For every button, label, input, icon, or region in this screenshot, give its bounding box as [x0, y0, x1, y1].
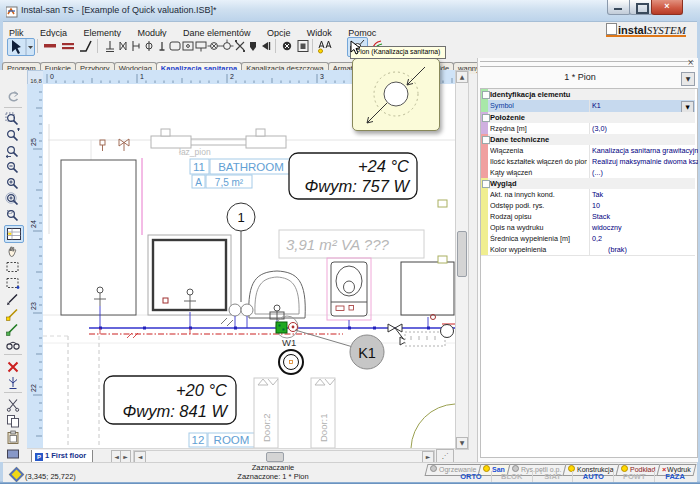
drawing-canvas[interactable]: łaz_pion 11 BATHROOM A 7,5 m² +24 °C Φwy… [43, 84, 455, 448]
cursor-coordinates: (3,345; 25,722) [25, 472, 76, 481]
septic-tool[interactable] [246, 38, 260, 54]
cut-button[interactable] [5, 398, 21, 412]
panel-close-button[interactable]: × [686, 59, 695, 68]
window-symbols[interactable] [151, 129, 286, 148]
supply-valve-symbols[interactable] [100, 139, 129, 151]
outlet-tool[interactable] [259, 38, 273, 54]
maximize-icon [636, 3, 649, 14]
toggle-siat[interactable]: SIAT [532, 471, 573, 482]
toggle-auto[interactable]: AUTO [572, 471, 613, 482]
door-pillar-2[interactable]: Door:2 [254, 378, 278, 448]
bathroom-label[interactable]: 11 BATHROOM A 7,5 m² [190, 159, 292, 188]
paste-icon [5, 430, 21, 444]
pipe-bend-tool[interactable] [79, 38, 93, 54]
properties-view-button[interactable] [4, 225, 24, 243]
bathroom-temp-label[interactable]: +24 °C Φwym: 757 W [289, 153, 417, 199]
zoom-extents-button[interactable] [5, 192, 21, 206]
minimize-button[interactable] [607, 0, 631, 15]
toolbar-separator [312, 39, 313, 53]
zoom-out-button[interactable] [5, 160, 21, 174]
zoom-in-icon [5, 176, 21, 190]
scroll-up-button[interactable]: ▲ [456, 71, 468, 83]
sink-tool[interactable] [194, 38, 208, 54]
find-button[interactable] [5, 338, 21, 352]
vscroll-thumb[interactable] [457, 231, 467, 277]
right-fixture[interactable] [401, 262, 454, 320]
svg-text:1: 1 [140, 73, 144, 80]
toggle-powt[interactable]: POWT [613, 471, 654, 482]
zoom-window-button[interactable] [5, 112, 21, 126]
zoom-dynamic-button[interactable] [5, 128, 21, 142]
toggle-blok[interactable]: BLOK [491, 471, 532, 482]
pion-ref-text[interactable]: łaz_pion [179, 147, 211, 157]
door-pillar-1[interactable]: Door:1 [311, 378, 335, 448]
room-temp-label[interactable]: +20 °C Φwym: 841 W [104, 376, 236, 424]
stack-flag-k1[interactable]: K1 [295, 330, 384, 369]
bathtub-tool[interactable] [168, 38, 182, 54]
fitting-tool-2[interactable] [220, 38, 234, 54]
undo-button[interactable] [5, 90, 21, 104]
description-style-tool[interactable] [317, 38, 334, 54]
sink-icon [194, 38, 208, 54]
connection-tool[interactable] [103, 38, 117, 54]
zoom-selection-button[interactable] [5, 208, 21, 222]
connection-icon [103, 38, 117, 54]
shower-enclosure[interactable] [148, 235, 231, 315]
floor-drain-symbol[interactable] [279, 350, 303, 374]
svg-text:22: 22 [30, 384, 37, 392]
branch-tool[interactable] [129, 38, 143, 54]
pan-button[interactable] [5, 244, 21, 258]
svg-text:2: 2 [230, 73, 234, 80]
select-area-button[interactable] [5, 260, 21, 274]
select-tool-button[interactable] [7, 38, 35, 56]
object-tool[interactable] [280, 38, 294, 54]
edit-draw-button[interactable] [5, 307, 21, 321]
collapse-icon[interactable] [482, 136, 490, 144]
panel-grip[interactable] [480, 61, 694, 67]
valve-tool[interactable] [116, 38, 130, 54]
bitmap-tool[interactable] [296, 38, 310, 54]
washbasin[interactable] [249, 271, 306, 320]
toolbar-separator [275, 39, 276, 53]
paste-button[interactable] [5, 430, 21, 444]
outlet-icon [259, 38, 273, 54]
property-row-kolor[interactable]: Kolor wypełnienia(brak) [481, 244, 695, 256]
scroll-down-button[interactable]: ▼ [456, 437, 468, 449]
siphon-tool[interactable] [142, 38, 156, 54]
crossing-tool[interactable] [233, 38, 247, 54]
toggle-faza[interactable]: FAZA [654, 471, 695, 482]
shower-tray-tool[interactable] [181, 38, 195, 54]
draw-line-button[interactable] [5, 292, 21, 306]
probe-button[interactable] [5, 376, 21, 390]
hscroll-thumb[interactable] [266, 452, 284, 462]
copy-button[interactable] [5, 414, 21, 428]
format-paint-button[interactable] [5, 446, 21, 460]
format-paint-icon [5, 446, 21, 460]
collapse-icon[interactable] [482, 180, 490, 188]
va-note[interactable]: 3,91 m² VA ??? [279, 230, 424, 258]
collapse-icon[interactable] [482, 114, 490, 122]
maximize-button[interactable] [629, 0, 653, 15]
zoom-previous-button[interactable] [5, 144, 21, 158]
pipe-tool-2[interactable] [61, 38, 75, 54]
select-query-button[interactable] [5, 276, 21, 290]
zoom-in-button[interactable] [5, 176, 21, 190]
delete-button[interactable] [5, 360, 21, 374]
point-drain-tool[interactable] [155, 38, 169, 54]
zoom-dynamic-icon [5, 128, 21, 142]
fitting-tool-1[interactable] [207, 38, 221, 54]
svg-text:Door:1: Door:1 [318, 413, 329, 442]
drain-label[interactable]: W1 [282, 337, 296, 348]
toilet[interactable] [327, 258, 371, 320]
edit-draw-green-button[interactable] [5, 322, 21, 336]
collapse-icon[interactable] [482, 91, 490, 99]
room-label[interactable]: 12 ROOM [189, 433, 255, 447]
close-button[interactable]: × [651, 0, 683, 15]
layer-off-icon [430, 465, 437, 472]
toggle-orto[interactable]: ORTO [451, 471, 491, 482]
pipe-tool-1[interactable] [43, 38, 57, 54]
app-icon[interactable] [6, 4, 18, 16]
canvas-vscrollbar[interactable]: ▲ ▼ [455, 70, 469, 450]
panel-dropdown-button[interactable]: ▼ [681, 72, 695, 86]
selected-pion-symbol[interactable] [276, 316, 298, 338]
